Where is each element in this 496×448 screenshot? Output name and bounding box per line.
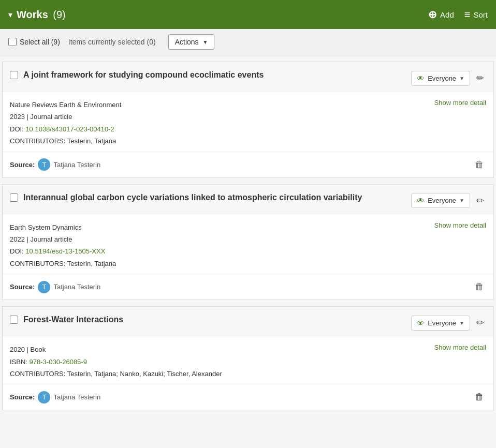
- source-name: Tatjana Testerin: [53, 283, 100, 291]
- work-footer: Source: T Tatjana Testerin 🗑: [3, 274, 493, 300]
- select-all-checkbox[interactable]: [8, 38, 17, 46]
- journal-name: Nature Reviews Earth & Environment: [10, 101, 121, 109]
- show-more-link[interactable]: Show more detail: [434, 221, 486, 229]
- work-header: A joint framework for studying compound …: [3, 62, 493, 92]
- dropdown-arrow-icon: ▼: [203, 39, 208, 45]
- doi-label: DOI:: [10, 125, 24, 133]
- work-footer: Source: T Tatjana Testerin 🗑: [3, 152, 493, 177]
- chevron-down-icon: ▼: [459, 198, 464, 203]
- work-type: Journal article: [31, 235, 72, 243]
- works-list: A joint framework for studying compound …: [0, 55, 496, 416]
- contributors-value: Testerin, Tatjana: [67, 260, 116, 267]
- title-text: Works: [17, 9, 48, 20]
- add-label: Add: [440, 10, 454, 19]
- doi-link[interactable]: 10.5194/esd-13-1505-XXX: [25, 247, 105, 255]
- doi-link[interactable]: 978-3-030-26085-9: [30, 358, 87, 366]
- work-card: Interannual global carbon cycle variatio…: [2, 184, 494, 301]
- edit-button[interactable]: ✏: [474, 315, 486, 331]
- trash-icon: 🗑: [475, 281, 484, 292]
- header-bar: ▾ Works (9) ⊕ Add ≡ Sort: [0, 0, 496, 29]
- work-checkbox[interactable]: [10, 71, 18, 79]
- contributors-label: CONTRIBUTORS:: [10, 137, 65, 145]
- works-count: (9): [53, 9, 65, 20]
- source-info: Source: T Tatjana Testerin: [10, 158, 100, 171]
- select-all-wrapper: Select all (9): [8, 38, 60, 46]
- year-type-line: 2020 | Book: [10, 344, 222, 355]
- sort-icon: ≡: [464, 9, 471, 21]
- work-body: 2020 | Book ISBN: 978-3-030-26085-9 CONT…: [3, 336, 493, 380]
- source-info: Source: T Tatjana Testerin: [10, 281, 100, 293]
- delete-button[interactable]: 🗑: [473, 157, 486, 172]
- visibility-label: Everyone: [428, 74, 456, 82]
- collapse-chevron[interactable]: ▾: [8, 10, 12, 20]
- avatar: T: [38, 158, 50, 171]
- source-label: Source:: [10, 283, 35, 291]
- work-header-actions: 👁 Everyone ▼ ✏: [411, 193, 486, 208]
- work-header: Interannual global carbon cycle variatio…: [3, 185, 493, 214]
- work-body: Earth System Dynamics 2022 | Journal art…: [3, 214, 493, 270]
- journal-name: Earth System Dynamics: [10, 223, 82, 231]
- work-title: A joint framework for studying compound …: [23, 69, 406, 81]
- work-year: 2022: [10, 235, 25, 243]
- pencil-icon: ✏: [476, 318, 484, 328]
- trash-icon: 🗑: [475, 159, 484, 170]
- edit-button[interactable]: ✏: [474, 193, 486, 208]
- work-card: Forest-Water Interactions 👁 Everyone ▼ ✏…: [2, 306, 494, 410]
- work-meta: Earth System Dynamics 2022 | Journal art…: [10, 221, 116, 270]
- visibility-button[interactable]: 👁 Everyone ▼: [411, 71, 470, 86]
- chevron-down-icon: ▼: [459, 320, 464, 326]
- source-name: Tatjana Testerin: [53, 393, 100, 401]
- contributors-line: CONTRIBUTORS: Testerin, Tatjana: [10, 135, 121, 147]
- delete-button[interactable]: 🗑: [473, 279, 486, 294]
- sort-button[interactable]: ≡ Sort: [464, 9, 488, 21]
- pencil-icon: ✏: [476, 73, 484, 83]
- work-title: Forest-Water Interactions: [23, 314, 406, 325]
- source-label: Source:: [10, 161, 35, 169]
- items-selected-label: Items currently selected (0): [68, 38, 156, 46]
- page-title: Works (9): [17, 9, 428, 21]
- edit-button[interactable]: ✏: [474, 70, 486, 86]
- work-meta-header: Nature Reviews Earth & Environment 2023 …: [10, 99, 486, 147]
- actions-label: Actions: [175, 38, 199, 46]
- journal-line: Earth System Dynamics: [10, 221, 116, 233]
- work-title: Interannual global carbon cycle variatio…: [23, 192, 406, 203]
- delete-button[interactable]: 🗑: [473, 390, 486, 405]
- source-name: Tatjana Testerin: [53, 161, 100, 169]
- contributors-label: CONTRIBUTORS:: [10, 370, 65, 378]
- header-actions: ⊕ Add ≡ Sort: [428, 8, 488, 21]
- source-label: Source:: [10, 393, 35, 401]
- add-icon: ⊕: [428, 8, 437, 21]
- add-button[interactable]: ⊕ Add: [428, 8, 454, 21]
- pencil-icon: ✏: [476, 196, 484, 206]
- visibility-button[interactable]: 👁 Everyone ▼: [411, 193, 470, 208]
- contributors-line: CONTRIBUTORS: Testerin, Tatjana: [10, 258, 116, 270]
- visibility-label: Everyone: [428, 319, 456, 327]
- toolbar: Select all (9) Items currently selected …: [0, 29, 496, 55]
- contributors-value: Testerin, Tatjana: [67, 137, 116, 145]
- work-header: Forest-Water Interactions 👁 Everyone ▼ ✏: [3, 307, 493, 336]
- actions-button[interactable]: Actions ▼: [168, 34, 215, 50]
- work-checkbox[interactable]: [10, 193, 18, 202]
- doi-line: ISBN: 978-3-030-26085-9: [10, 356, 222, 368]
- work-meta-header: 2020 | Book ISBN: 978-3-030-26085-9 CONT…: [10, 344, 486, 380]
- contributors-value: Testerin, Tatjana; Nanko, Kazuki; Tische…: [67, 370, 222, 378]
- avatar: T: [38, 391, 50, 404]
- doi-label: DOI:: [10, 247, 24, 255]
- work-meta-header: Earth System Dynamics 2022 | Journal art…: [10, 221, 486, 270]
- trash-icon: 🗑: [475, 392, 484, 402]
- show-more-link[interactable]: Show more detail: [434, 99, 486, 107]
- doi-link[interactable]: 10.1038/s43017-023-00410-2: [25, 125, 114, 133]
- year-type-line: 2023 | Journal article: [10, 111, 121, 123]
- chevron-down-icon: ▼: [459, 76, 464, 81]
- visibility-label: Everyone: [428, 197, 456, 204]
- work-type: Book: [31, 346, 46, 353]
- work-checkbox[interactable]: [10, 316, 18, 324]
- work-meta: Nature Reviews Earth & Environment 2023 …: [10, 99, 121, 147]
- show-more-link[interactable]: Show more detail: [434, 344, 486, 351]
- work-body: Nature Reviews Earth & Environment 2023 …: [3, 92, 493, 147]
- visibility-button[interactable]: 👁 Everyone ▼: [411, 316, 470, 331]
- source-info: Source: T Tatjana Testerin: [10, 391, 100, 404]
- avatar: T: [38, 281, 50, 293]
- select-all-label: Select all (9): [20, 38, 60, 46]
- work-year: 2020: [10, 346, 25, 353]
